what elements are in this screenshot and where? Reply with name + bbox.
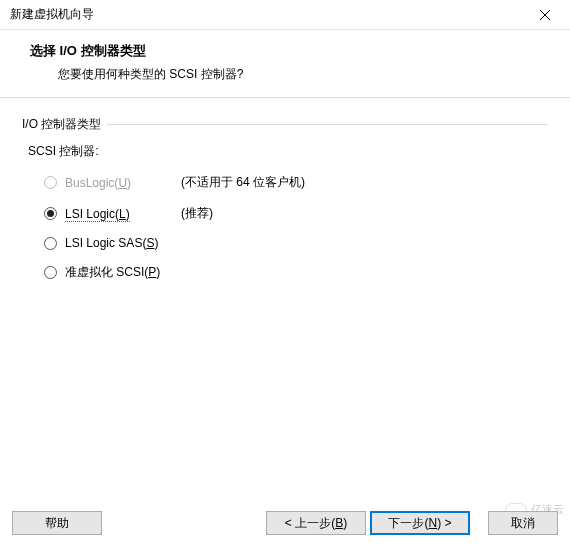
group-label: I/O 控制器类型 [22,116,107,133]
radio-lsisas[interactable] [44,237,57,250]
header-title: 选择 I/O 控制器类型 [30,42,546,60]
window-title: 新建虚拟机向导 [10,6,94,23]
cancel-button[interactable]: 取消 [488,511,558,535]
close-icon [540,10,550,20]
footer: 帮助 < 上一步(B) 下一步(N) > 取消 [0,505,570,541]
radio-lsilogic[interactable] [44,207,57,220]
header-subtitle: 您要使用何种类型的 SCSI 控制器? [30,66,546,83]
option-buslogic: BusLogic(U) (不适用于 64 位客户机) [26,174,544,191]
option-lsilogic[interactable]: LSI Logic(L) (推荐) [26,205,544,222]
next-button[interactable]: 下一步(N) > [370,511,470,535]
option-lsilogic-hint: (推荐) [181,205,213,222]
io-controller-group: I/O 控制器类型 SCSI 控制器: BusLogic(U) (不适用于 64… [22,116,548,305]
scsi-controller-label: SCSI 控制器: [26,143,544,160]
option-buslogic-label: BusLogic(U) [65,176,175,190]
close-button[interactable] [530,1,560,29]
titlebar: 新建虚拟机向导 [0,0,570,30]
option-paravirt-label: 准虚拟化 SCSI(P) [65,264,175,281]
back-button[interactable]: < 上一步(B) [266,511,366,535]
radio-buslogic [44,176,57,189]
wizard-header: 选择 I/O 控制器类型 您要使用何种类型的 SCSI 控制器? [0,30,570,98]
option-paravirt[interactable]: 准虚拟化 SCSI(P) [26,264,544,281]
option-lsisas-label: LSI Logic SAS(S) [65,236,175,250]
option-lsilogic-label: LSI Logic(L) [65,207,175,221]
content-area: I/O 控制器类型 SCSI 控制器: BusLogic(U) (不适用于 64… [0,98,570,315]
radio-paravirt[interactable] [44,266,57,279]
help-button[interactable]: 帮助 [12,511,102,535]
option-lsisas[interactable]: LSI Logic SAS(S) [26,236,544,250]
option-buslogic-hint: (不适用于 64 位客户机) [181,174,305,191]
